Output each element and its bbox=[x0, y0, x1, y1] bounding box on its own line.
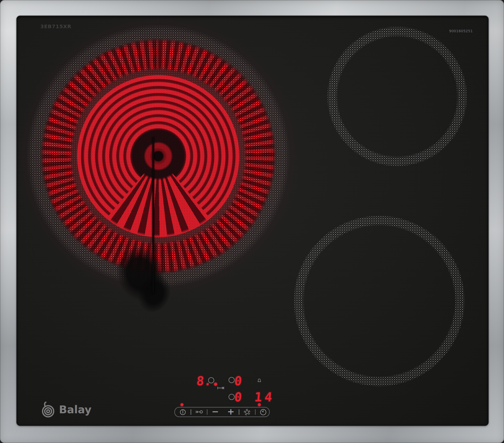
timer-indicator-led bbox=[258, 403, 261, 406]
hob-product-photo: 3EB715XR 9001605251 bbox=[0, 0, 504, 443]
clock-icon bbox=[260, 408, 267, 416]
burner-front-left-active bbox=[25, 23, 292, 290]
touch-control-bar: − + bbox=[174, 407, 270, 417]
zone-indicator-ring-1 bbox=[208, 377, 214, 383]
dual-zone-icon bbox=[243, 408, 251, 416]
power-icon bbox=[179, 409, 186, 416]
zone-indicator-ring-3 bbox=[229, 394, 235, 400]
part-number-label: 9001605251 bbox=[449, 29, 473, 33]
plus-button[interactable]: + bbox=[223, 407, 239, 416]
balay-wordmark: Balay bbox=[59, 403, 91, 416]
burner-bottom-right-outline bbox=[294, 215, 465, 387]
timer-button[interactable] bbox=[256, 407, 271, 417]
power-button[interactable] bbox=[175, 407, 191, 417]
alarm-bell-icon bbox=[257, 378, 262, 383]
balay-spiral-logo-icon bbox=[40, 401, 56, 418]
ceramic-glass-surface: 3EB715XR 9001605251 bbox=[17, 16, 488, 426]
timer-zone-display: 0 bbox=[234, 391, 242, 403]
burner-halftone-texture bbox=[77, 75, 239, 237]
power-indicator-led bbox=[180, 403, 183, 406]
minus-button[interactable]: − bbox=[207, 407, 223, 416]
key-icon bbox=[195, 410, 203, 414]
zone-top-display: 0 bbox=[234, 375, 242, 387]
zone-active-dot bbox=[214, 383, 217, 386]
zone-indicator-ring-2 bbox=[229, 377, 235, 383]
timer-minutes-display: 14 bbox=[254, 391, 275, 403]
burner-top-right-outline bbox=[327, 26, 468, 167]
balay-logo: Balay bbox=[40, 401, 91, 418]
dual-zone-button[interactable] bbox=[239, 407, 255, 417]
child-lock-button[interactable] bbox=[191, 407, 207, 417]
bridge-arrow-icon bbox=[217, 386, 224, 390]
burner-sensor-line bbox=[152, 137, 154, 293]
